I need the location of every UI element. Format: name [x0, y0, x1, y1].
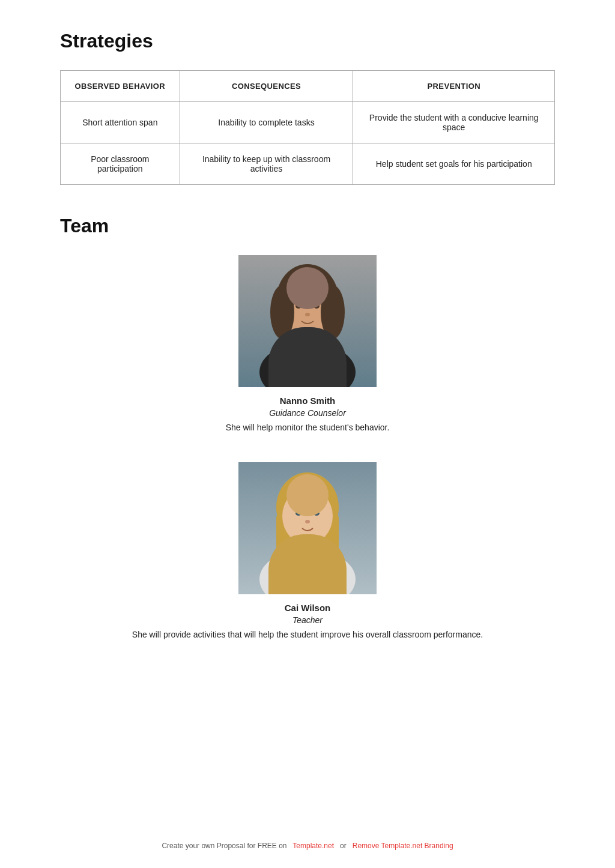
svg-point-21 [259, 549, 356, 594]
svg-point-18 [295, 511, 301, 516]
strategies-table: OBSERVED BEHAVIOR CONSEQUENCES PREVENTIO… [60, 70, 555, 185]
table-cell-consequence-1: Inability to complete tasks [180, 102, 353, 143]
svg-rect-16 [298, 537, 317, 558]
table-cell-prevention-2: Help student set goals for his participa… [353, 143, 555, 185]
svg-point-8 [314, 304, 320, 309]
svg-point-10 [259, 342, 356, 387]
svg-point-20 [305, 520, 310, 523]
footer-link-template[interactable]: Template.net [292, 842, 334, 850]
team-member-2-description: She will provide activities that will he… [132, 630, 483, 639]
footer-text: Create your own Proposal for FREE on [162, 842, 286, 850]
svg-point-17 [282, 488, 333, 544]
svg-point-6 [321, 285, 345, 339]
table-cell-consequence-2: Inability to keep up with classroom acti… [180, 143, 353, 185]
team-member-2-name: Cai Wilson [285, 603, 331, 613]
table-cell-behavior-2: Poor classroom participation [61, 143, 180, 185]
table-cell-prevention-1: Provide the student with a conducive lea… [353, 102, 555, 143]
table-row: Poor classroom participation Inability t… [61, 143, 555, 185]
table-header-consequences: CONSEQUENCES [180, 71, 353, 102]
svg-point-7 [295, 304, 301, 309]
footer-link-remove-branding[interactable]: Remove Template.net Branding [353, 842, 453, 850]
svg-point-5 [270, 285, 294, 339]
team-member-2-role: Teacher [292, 615, 323, 625]
team-member-1-role: Guidance Counselor [269, 408, 346, 418]
footer-separator: or [340, 842, 347, 850]
svg-point-19 [314, 511, 320, 516]
team-member-2-photo [238, 462, 377, 594]
table-cell-behavior-1: Short attention span [61, 102, 180, 143]
strategies-section-title: Strategies [60, 30, 555, 52]
footer: Create your own Proposal for FREE on Tem… [0, 842, 615, 850]
team-member-2: Cai Wilson Teacher She will provide acti… [60, 462, 555, 639]
table-header-prevention: PREVENTION [353, 71, 555, 102]
table-row: Short attention span Inability to comple… [61, 102, 555, 143]
team-member-1-description: She will help monitor the student's beha… [226, 423, 390, 432]
team-section: Team [60, 215, 555, 639]
team-member-1: Nanno Smith Guidance Counselor She will … [60, 255, 555, 432]
svg-rect-3 [298, 330, 317, 351]
team-member-1-name: Nanno Smith [280, 396, 336, 406]
team-section-title: Team [60, 215, 555, 237]
team-member-1-photo [238, 255, 377, 387]
svg-point-9 [305, 313, 310, 316]
table-header-behavior: OBSERVED BEHAVIOR [61, 71, 180, 102]
svg-point-11 [286, 348, 329, 384]
